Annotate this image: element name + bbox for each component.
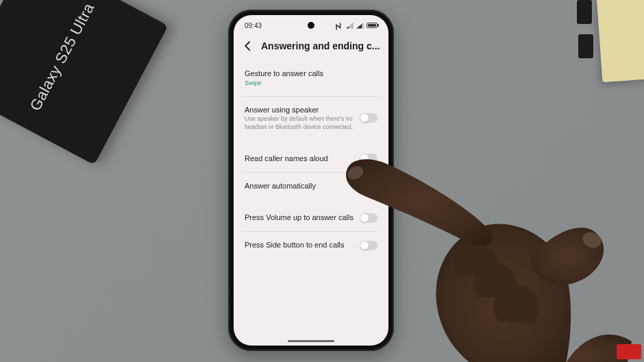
row-volume-up-answer[interactable]: Press Volume up to answer calls <box>243 206 379 230</box>
toggle-read-names[interactable] <box>360 154 377 163</box>
row-value: Swipe <box>245 80 377 88</box>
divider <box>243 172 379 173</box>
battery-icon <box>367 23 377 28</box>
row-side-button-end[interactable]: Press Side button to end calls <box>243 233 379 257</box>
row-title: Gesture to answer calls <box>245 69 377 79</box>
row-title: Answer automatically <box>245 181 354 191</box>
divider <box>243 96 379 97</box>
box-product-name: Galaxy S25 Ultra <box>27 0 99 114</box>
row-title: Press Side button to end calls <box>245 240 354 250</box>
nfc-icon <box>336 23 343 29</box>
signal-2-icon <box>356 23 364 29</box>
row-gesture-answer[interactable]: Gesture to answer calls Swipe <box>243 62 379 95</box>
toggle-answer-speaker[interactable] <box>360 113 377 123</box>
toggle-answer-auto[interactable] <box>360 181 377 191</box>
page-title: Answering and ending c... <box>261 40 380 51</box>
row-title: Press Volume up to answer calls <box>245 213 354 223</box>
row-answer-auto[interactable]: Answer automatically <box>243 174 379 198</box>
status-indicators <box>336 23 377 29</box>
watermark <box>617 344 641 359</box>
row-answer-speaker[interactable]: Answer using speaker Use speaker by defa… <box>243 98 379 138</box>
toggle-side-button-end[interactable] <box>360 241 377 250</box>
front-camera <box>308 22 314 29</box>
toggle-volume-up-answer[interactable] <box>360 213 377 223</box>
divider <box>243 231 379 232</box>
page-header: Answering and ending c... <box>234 36 388 62</box>
hinge-upper <box>577 0 592 24</box>
group-separator <box>243 138 379 147</box>
row-read-names[interactable]: Read caller names aloud <box>243 147 379 171</box>
row-title: Answer using speaker <box>245 105 354 115</box>
phone-screen: 09:43 Answering and ending c... Gesture … <box>234 15 388 346</box>
row-title: Read caller names aloud <box>245 154 354 164</box>
hinge-lower <box>578 34 593 58</box>
status-time: 09:43 <box>245 22 262 29</box>
nav-handle[interactable] <box>288 340 334 342</box>
group-separator <box>243 197 379 206</box>
signal-1-icon <box>346 23 354 29</box>
wood-block <box>597 0 644 82</box>
row-subtitle: Use speaker by default when there's no h… <box>245 115 354 131</box>
phone-frame: 09:43 Answering and ending c... Gesture … <box>228 10 394 351</box>
back-icon[interactable] <box>242 40 254 52</box>
settings-list: Gesture to answer calls Swipe Answer usi… <box>234 62 388 257</box>
